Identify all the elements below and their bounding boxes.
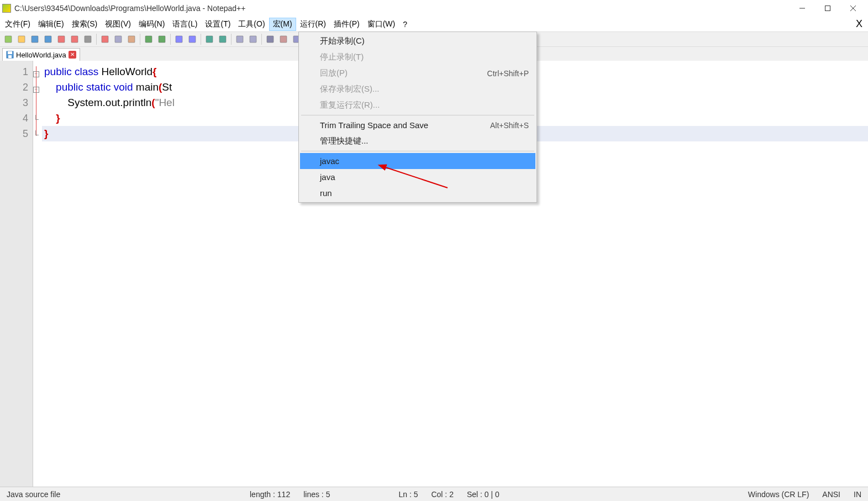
menu-视图[interactable]: 视图(V) — [101, 18, 135, 31]
find-button[interactable] — [173, 33, 185, 45]
svg-rect-20 — [236, 36, 243, 43]
status-eol: Windows (CR LF) — [741, 490, 816, 499]
status-sel: Sel : 0 | 0 — [460, 490, 506, 499]
menu-close-x[interactable]: X — [851, 18, 867, 30]
zoom-in-button[interactable] — [203, 33, 215, 45]
menu-编码[interactable]: 编码(N) — [135, 18, 169, 31]
svg-rect-14 — [145, 36, 152, 43]
status-encoding: ANSI — [816, 490, 847, 499]
window-title: C:\Users\93454\Downloads\Programs\HelloW… — [14, 4, 790, 13]
status-col: Col : 2 — [424, 490, 460, 499]
svg-rect-9 — [71, 36, 78, 43]
menu-编辑[interactable]: 编辑(E) — [34, 18, 68, 31]
svg-rect-1 — [825, 6, 830, 11]
svg-rect-5 — [18, 36, 25, 43]
menu-item--c-[interactable]: 开始录制(C) — [300, 33, 535, 49]
app-icon — [2, 4, 11, 13]
new-file-button[interactable] — [2, 33, 14, 45]
title-bar: C:\Users\93454\Downloads\Programs\HelloW… — [0, 0, 868, 17]
sync-v-button[interactable] — [234, 33, 246, 45]
word-wrap-button[interactable] — [264, 33, 276, 45]
window-controls — [790, 0, 866, 17]
svg-rect-33 — [8, 55, 12, 58]
open-file-button[interactable] — [15, 33, 28, 45]
menu-窗口[interactable]: 窗口(W) — [364, 18, 399, 31]
svg-rect-15 — [159, 36, 165, 43]
save-file-button[interactable] — [29, 33, 41, 45]
menu-item-javac[interactable]: javac — [300, 153, 535, 169]
menu-bar: 文件(F)编辑(E)搜索(S)视图(V)编码(N)语言(L)设置(T)工具(O)… — [0, 17, 868, 31]
minimize-button[interactable] — [790, 0, 815, 17]
svg-rect-7 — [45, 36, 51, 43]
show-all-button[interactable] — [277, 33, 290, 45]
svg-rect-32 — [8, 51, 12, 54]
print-button[interactable] — [82, 33, 94, 45]
svg-rect-8 — [58, 36, 65, 43]
menu-宏[interactable]: 宏(M) — [269, 18, 296, 31]
menu-item-run[interactable]: run — [300, 185, 535, 201]
menu-工具[interactable]: 工具(O) — [234, 18, 269, 31]
svg-rect-12 — [115, 36, 122, 43]
menu-搜索[interactable]: 搜索(S) — [68, 18, 102, 31]
status-mode: IN — [847, 490, 868, 499]
menu-运行[interactable]: 运行(R) — [296, 18, 330, 31]
menu-设置[interactable]: 设置(T) — [201, 18, 234, 31]
menu-语言[interactable]: 语言(L) — [169, 18, 201, 31]
svg-rect-21 — [250, 36, 256, 43]
save-all-button[interactable] — [42, 33, 54, 45]
zoom-out-button[interactable] — [217, 33, 229, 45]
menu-item--p-: 回放(P)Ctrl+Shift+P — [300, 65, 535, 81]
close-all-button[interactable] — [69, 33, 81, 45]
svg-rect-10 — [85, 36, 91, 43]
replace-button[interactable] — [186, 33, 198, 45]
menu-item-java[interactable]: java — [300, 169, 535, 185]
tab-close-icon[interactable]: ✕ — [69, 51, 76, 59]
svg-rect-23 — [280, 36, 287, 43]
menu-item--r-: 重复运行宏(R)... — [300, 97, 535, 113]
menu-item-trim-trailing-space-and-save[interactable]: Trim Trailing Space and SaveAlt+Shift+S — [300, 117, 535, 133]
menu-item--s-: 保存录制宏(S)... — [300, 81, 535, 97]
svg-rect-18 — [206, 36, 213, 43]
close-button[interactable] — [840, 0, 866, 17]
tab-label: HelloWorld.java — [16, 51, 66, 59]
copy-button[interactable] — [112, 33, 124, 45]
svg-rect-6 — [31, 36, 38, 43]
menu-文件[interactable]: 文件(F) — [1, 18, 34, 31]
macro-menu-dropdown: 开始录制(C)停止录制(T)回放(P)Ctrl+Shift+P保存录制宏(S).… — [298, 31, 537, 203]
status-lines: lines : 5 — [297, 490, 336, 499]
line-number-gutter: 12345 — [0, 61, 33, 487]
status-bar: Java source file length : 112 lines : 5 … — [0, 487, 868, 501]
close-file-button[interactable] — [55, 33, 67, 45]
status-file-type: Java source file — [0, 490, 243, 499]
fold-column: −− └└ — [33, 61, 42, 487]
svg-rect-17 — [189, 36, 196, 43]
status-length: length : 112 — [243, 490, 297, 499]
svg-rect-13 — [128, 36, 135, 43]
svg-rect-4 — [5, 36, 12, 43]
sync-h-button[interactable] — [247, 33, 259, 45]
svg-rect-16 — [176, 36, 182, 43]
redo-button[interactable] — [156, 33, 168, 45]
cut-button[interactable] — [99, 33, 111, 45]
menu-item--t-: 停止录制(T) — [300, 49, 535, 65]
svg-rect-19 — [219, 36, 226, 43]
svg-rect-11 — [102, 36, 108, 43]
save-icon — [6, 51, 14, 59]
undo-button[interactable] — [143, 33, 155, 45]
file-tab[interactable]: HelloWorld.java ✕ — [2, 48, 80, 61]
maximize-button[interactable] — [815, 0, 840, 17]
svg-rect-22 — [267, 36, 273, 43]
menu-插件[interactable]: 插件(P) — [330, 18, 364, 31]
menu-item--[interactable]: 管理快捷键... — [300, 133, 535, 149]
menu-?[interactable]: ? — [399, 18, 411, 30]
status-ln: Ln : 5 — [392, 490, 424, 499]
paste-button[interactable] — [125, 33, 138, 45]
